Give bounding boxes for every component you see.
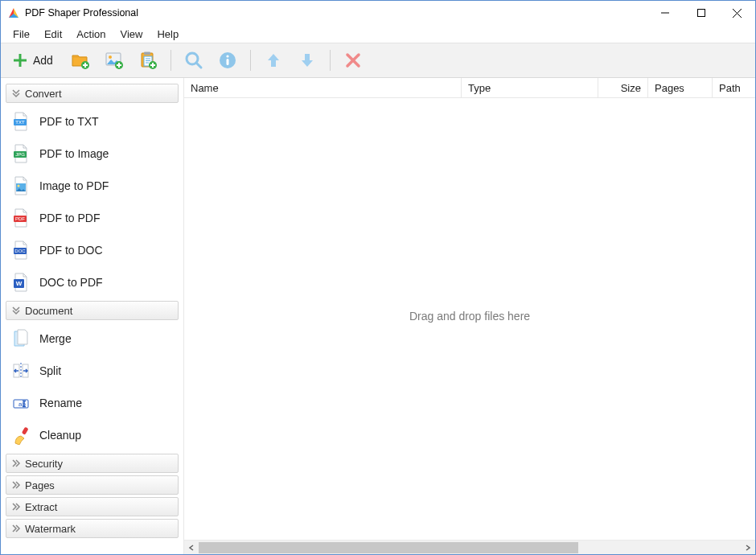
chevron-down-double-icon xyxy=(11,306,21,315)
svg-point-35 xyxy=(18,185,20,187)
sidebar-item-merge[interactable]: Merge xyxy=(6,323,179,355)
column-type[interactable]: Type xyxy=(462,78,598,97)
svg-rect-1 xyxy=(697,10,705,17)
category-pages[interactable]: Pages xyxy=(6,475,179,495)
category-document[interactable]: Document xyxy=(6,301,179,320)
menu-bar: File Edit Action View Help xyxy=(1,25,755,43)
scroll-thumb[interactable] xyxy=(199,542,578,553)
category-label: Watermark xyxy=(25,523,76,535)
sidebar-item-label: Rename xyxy=(39,397,82,409)
move-up-button[interactable] xyxy=(259,46,288,75)
column-headers: Name Type Size Pages Path xyxy=(184,78,755,98)
sidebar-item-rename[interactable]: ab Rename xyxy=(6,387,179,419)
title-bar: PDF Shaper Professional xyxy=(1,1,755,25)
category-label: Pages xyxy=(25,479,55,491)
txt-icon: TXT xyxy=(12,112,30,131)
toolbar: Add xyxy=(1,43,755,78)
info-icon xyxy=(219,51,236,69)
add-button[interactable]: Add xyxy=(9,46,61,75)
drop-placeholder: Drag and drop files here xyxy=(409,310,530,323)
add-image-button[interactable] xyxy=(100,46,129,75)
svg-text:W: W xyxy=(16,280,23,287)
maximize-button[interactable] xyxy=(683,1,719,25)
category-watermark[interactable]: Watermark xyxy=(6,519,179,538)
column-pages[interactable]: Pages xyxy=(648,78,713,97)
svg-rect-50 xyxy=(22,427,29,435)
sidebar-item-label: PDF to PDF xyxy=(39,212,100,224)
merge-icon xyxy=(12,329,30,348)
category-label: Convert xyxy=(25,88,62,100)
category-convert[interactable]: Convert xyxy=(6,84,179,103)
x-icon xyxy=(345,52,361,68)
svg-text:DOC: DOC xyxy=(14,249,26,253)
preview-button[interactable] xyxy=(179,46,208,75)
toolbar-separator xyxy=(250,50,251,71)
app-icon xyxy=(7,6,20,19)
column-path[interactable]: Path xyxy=(713,78,755,97)
scroll-track[interactable] xyxy=(199,541,741,555)
sidebar-item-pdf-to-doc[interactable]: DOC PDF to DOC xyxy=(6,234,179,266)
sidebar-item-pdf-to-txt[interactable]: TXT PDF to TXT xyxy=(6,105,179,138)
paste-button[interactable] xyxy=(134,46,162,75)
menu-action[interactable]: Action xyxy=(69,27,113,42)
category-security[interactable]: Security xyxy=(6,454,179,473)
toolbar-separator xyxy=(330,50,331,71)
category-label: Security xyxy=(25,458,63,470)
jpg-icon: JPG xyxy=(12,144,30,163)
chevron-right-double-icon xyxy=(11,480,21,490)
svg-rect-27 xyxy=(226,59,228,65)
sidebar-item-label: Split xyxy=(39,364,61,377)
svg-point-10 xyxy=(109,56,112,59)
move-down-button[interactable] xyxy=(293,46,322,75)
folder-add-icon xyxy=(71,51,90,70)
sidebar-item-doc-to-pdf[interactable]: W DOC to PDF xyxy=(6,266,179,298)
pdf-icon: PDF xyxy=(12,208,30,228)
cleanup-icon xyxy=(12,426,30,445)
scroll-left-arrow-icon[interactable] xyxy=(184,541,199,555)
arrow-down-icon xyxy=(298,51,316,69)
sidebar-item-pdf-to-pdf[interactable]: PDF PDF to PDF xyxy=(6,202,179,234)
menu-help[interactable]: Help xyxy=(150,27,186,42)
split-icon xyxy=(12,361,30,380)
sidebar-item-cleanup[interactable]: Cleanup xyxy=(6,419,179,451)
scroll-right-arrow-icon[interactable] xyxy=(741,541,755,555)
file-list-area[interactable]: Name Type Size Pages Path Drag and drop … xyxy=(184,78,755,554)
category-label: Document xyxy=(25,305,72,317)
sidebar-item-pdf-to-image[interactable]: JPG PDF to Image xyxy=(6,138,179,170)
sidebar-item-label: Merge xyxy=(39,332,72,345)
svg-rect-15 xyxy=(144,52,150,56)
add-button-label: Add xyxy=(33,54,53,67)
sidebar-item-label: Image to PDF xyxy=(39,179,109,192)
arrow-up-icon xyxy=(265,51,282,69)
magnifier-icon xyxy=(184,51,203,70)
svg-line-24 xyxy=(196,63,201,68)
svg-point-26 xyxy=(226,55,228,57)
rename-icon: ab xyxy=(12,393,30,413)
close-button[interactable] xyxy=(719,1,755,25)
sidebar-item-image-to-pdf[interactable]: Image to PDF xyxy=(6,170,179,202)
clipboard-add-icon xyxy=(138,51,158,70)
column-size[interactable]: Size xyxy=(598,78,648,97)
word-icon: W xyxy=(12,273,30,292)
sidebar-item-split[interactable]: Split xyxy=(6,355,179,387)
doc-icon: DOC xyxy=(12,240,30,260)
menu-view[interactable]: View xyxy=(113,27,150,42)
menu-file[interactable]: File xyxy=(6,27,37,42)
category-extract[interactable]: Extract xyxy=(6,497,179,516)
column-name[interactable]: Name xyxy=(184,78,462,97)
minimize-button[interactable] xyxy=(647,1,683,25)
info-button[interactable] xyxy=(213,46,242,75)
add-folder-button[interactable] xyxy=(66,46,95,75)
toolbar-separator xyxy=(171,50,171,71)
menu-edit[interactable]: Edit xyxy=(37,27,69,42)
plus-icon xyxy=(12,52,28,68)
window-title: PDF Shaper Professional xyxy=(25,7,647,18)
horizontal-scrollbar[interactable] xyxy=(184,540,755,554)
svg-text:JPG: JPG xyxy=(15,152,25,157)
remove-button[interactable] xyxy=(339,46,368,75)
sidebar: Convert TXT PDF to TXT JPG xyxy=(1,78,184,554)
sidebar-item-label: DOC to PDF xyxy=(39,276,103,289)
svg-text:TXT: TXT xyxy=(15,120,25,125)
chevron-down-double-icon xyxy=(11,88,21,98)
sidebar-item-label: PDF to TXT xyxy=(39,115,99,128)
